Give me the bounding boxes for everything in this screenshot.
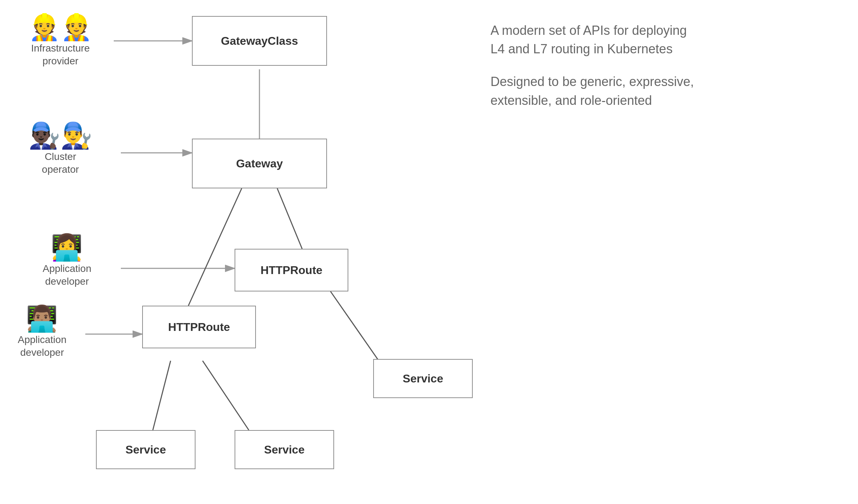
diagram-container: GatewayClass Gateway HTTPRoute Service H… (0, 0, 858, 504)
httproute1-box: HTTPRoute (235, 249, 348, 291)
appdev2-emoji: 👨🏽‍💻 (26, 306, 58, 331)
desc-line3: Designed to be generic, expressive, (490, 73, 810, 91)
gateway-box: Gateway (192, 139, 327, 188)
svg-line-5 (277, 188, 302, 249)
appdev2-persona: 👨🏽‍💻 Applicationdeveloper (18, 306, 66, 359)
desc-line2: L4 and L7 routing in Kubernetes (490, 40, 810, 58)
service1-box: Service (373, 359, 473, 398)
desc-line4: extensible, and role-oriented (490, 91, 810, 110)
svg-line-6 (188, 188, 242, 306)
svg-line-9 (203, 361, 249, 430)
service1-label: Service (403, 372, 443, 385)
httproute2-label: HTTPRoute (168, 321, 230, 334)
svg-line-8 (153, 361, 171, 430)
infra-emoji: 👷👷 (28, 14, 92, 40)
httproute1-label: HTTPRoute (261, 264, 322, 277)
cluster-label: Clusteroperator (42, 150, 79, 176)
appdev1-persona: 👩‍💻 Applicationdeveloper (43, 235, 91, 288)
desc-line1: A modern set of APIs for deploying (490, 21, 810, 40)
appdev1-emoji: 👩‍💻 (51, 235, 83, 260)
cluster-emoji: 👨🏿‍🔧👨‍🔧 (28, 123, 92, 148)
gatewayclass-label: GatewayClass (221, 34, 298, 48)
cluster-persona: 👨🏿‍🔧👨‍🔧 Clusteroperator (28, 123, 92, 176)
httproute2-box: HTTPRoute (142, 306, 256, 348)
gatewayclass-box: GatewayClass (192, 16, 327, 66)
gateway-label: Gateway (236, 157, 283, 170)
description-block: A modern set of APIs for deploying L4 an… (490, 21, 810, 110)
appdev1-label: Applicationdeveloper (43, 262, 91, 288)
service2-label: Service (125, 443, 166, 456)
service3-box: Service (235, 430, 334, 469)
service2-box: Service (96, 430, 195, 469)
appdev2-label: Applicationdeveloper (18, 333, 66, 359)
desc-spacer (490, 58, 810, 73)
infra-persona: 👷👷 Infrastructureprovider (28, 14, 92, 68)
infra-label: Infrastructureprovider (31, 42, 90, 68)
service3-label: Service (264, 443, 305, 456)
